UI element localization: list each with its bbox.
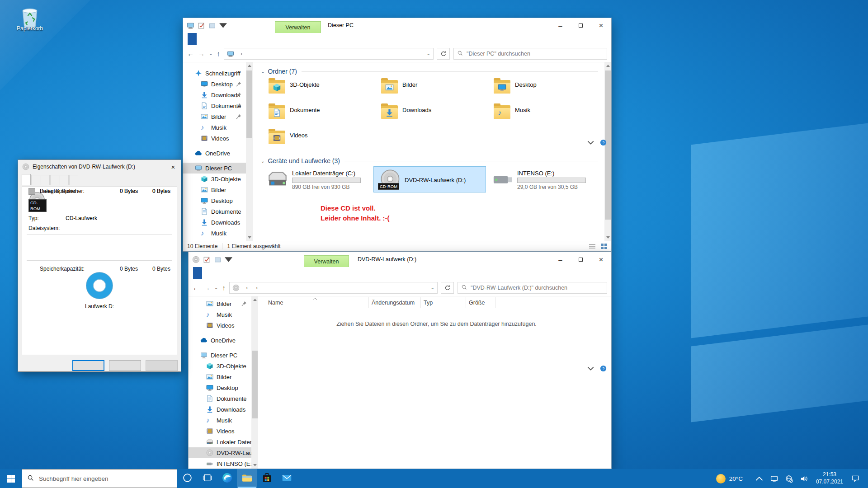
drive[interactable] (192, 256, 200, 263)
contextual-tab-verwalten[interactable]: Verwalten (304, 255, 349, 267)
downloads[interactable]: Downloads (183, 89, 246, 100)
datei[interactable] (193, 267, 202, 279)
volume-icon[interactable] (797, 475, 811, 483)
address-dropdown-icon[interactable]: ⌄ (427, 51, 430, 56)
recycle-bin[interactable]: Papierkorb (10, 4, 50, 32)
lokaler-datenträger-c-[interactable]: Lokaler Datenträger (C:) 890 GB frei von… (261, 166, 373, 192)
taskbar-search[interactable] (22, 469, 177, 488)
address-bar[interactable]: ⌄ (229, 282, 438, 294)
name[interactable]: Name (265, 297, 369, 308)
abbrechen[interactable] (109, 360, 141, 371)
search-box[interactable] (458, 282, 607, 294)
search-input[interactable] (466, 50, 604, 57)
musik[interactable]: ♪ Musik (189, 309, 251, 320)
up-icon[interactable]: ↑ (217, 50, 220, 57)
ok[interactable] (72, 360, 104, 371)
quick-check[interactable] (198, 22, 205, 29)
desktop[interactable]: Desktop (183, 195, 246, 206)
close-button[interactable]: × (591, 252, 611, 267)
close-button[interactable]: × (591, 18, 611, 33)
dokumente[interactable]: Dokumente (183, 206, 246, 217)
minimize-button[interactable]: – (550, 18, 571, 33)
group-header-folders[interactable]: ⌄ Ordner (7) (261, 68, 604, 75)
forward-icon[interactable]: → (203, 284, 210, 291)
desktop[interactable]: Desktop (189, 382, 251, 393)
ansicht[interactable] (232, 267, 241, 279)
downloads[interactable]: Downloads (189, 404, 251, 415)
dvd-rw-laufwerk-d-[interactable]: DVD-RW-Laufwerk (D:) (189, 447, 251, 458)
collapse-ribbon-icon[interactable] (587, 365, 594, 372)
freigabe[interactable] (50, 175, 59, 185)
weather-widget[interactable]: 20°C (711, 474, 752, 483)
desktop[interactable]: Desktop (486, 77, 599, 102)
mail[interactable] (277, 469, 297, 488)
action-center-icon[interactable] (848, 474, 865, 483)
new-folder[interactable] (208, 22, 216, 29)
videos[interactable]: Videos (189, 320, 251, 331)
dokumente[interactable]: Dokumente (189, 393, 251, 404)
freigeben[interactable] (219, 267, 228, 279)
onedrive[interactable]: OneDrive (183, 148, 246, 159)
customize-toolbar[interactable] (225, 256, 232, 263)
schnellzugriff[interactable]: Schnellzugriff (183, 68, 246, 79)
hardware[interactable] (41, 175, 50, 185)
computer[interactable] (201, 33, 210, 45)
dialog-titlebar[interactable]: Eigenschaften von DVD-RW-Laufwerk (D:) × (18, 160, 181, 174)
address-dropdown-icon[interactable]: ⌄ (431, 285, 434, 290)
group-header-devices[interactable]: ⌄ Geräte und Laufwerke (3) (261, 157, 604, 164)
intenso-e-[interactable]: INTENSO (E:) 29,0 GB frei von 30,5 GB (486, 166, 599, 192)
quick-check[interactable] (203, 256, 211, 263)
dieser-pc[interactable] (236, 50, 246, 57)
up-icon[interactable]: ↑ (222, 284, 226, 291)
dieser-pc[interactable] (242, 284, 252, 291)
allgemein[interactable] (22, 174, 31, 185)
contextual-tab-verwalten[interactable]: Verwalten (275, 21, 321, 33)
help-icon[interactable]: ? (600, 365, 607, 372)
navpane-scrollbar[interactable] (251, 296, 258, 469)
musik[interactable]: ♪ Musik (183, 122, 246, 133)
bilder[interactable]: Bilder (183, 111, 246, 122)
search-box[interactable] (453, 48, 607, 60)
minimize-button[interactable]: – (550, 252, 571, 267)
address-bar[interactable]: ⌄ (224, 48, 434, 60)
dieser-pc[interactable]: Dieser PC (189, 350, 251, 361)
network-icon[interactable] (782, 475, 797, 483)
cortana[interactable] (177, 469, 197, 488)
anpassen[interactable] (60, 175, 69, 185)
dvd-rw-laufwerk-d-[interactable] (252, 284, 262, 291)
bilder[interactable]: Bilder (183, 184, 246, 195)
musik[interactable]: ♪ Musik (183, 228, 246, 239)
dokumente[interactable]: Dokumente (261, 102, 373, 127)
search-input[interactable] (470, 284, 604, 291)
videos[interactable]: Videos (189, 426, 251, 436)
titlebar[interactable]: Verwalten Dieser PC – × (183, 18, 611, 33)
3d-objekte[interactable]: 3D-Objekte (189, 361, 251, 371)
clock[interactable]: 21:53 07.07.2021 (811, 471, 848, 485)
ansicht[interactable] (214, 33, 223, 45)
refresh-button[interactable] (441, 282, 454, 294)
3d-objekte[interactable]: 3D-Objekte (183, 174, 246, 184)
back-icon[interactable]: ← (193, 284, 199, 291)
show-hidden-icons-icon[interactable] (752, 475, 767, 483)
collapse-ribbon-icon[interactable] (587, 139, 594, 146)
help-icon[interactable]: ? (600, 139, 607, 146)
customize-toolbar[interactable] (219, 22, 227, 29)
bilder[interactable]: Bilder (373, 77, 486, 102)
laufwerktools[interactable] (278, 33, 287, 45)
downloads[interactable]: Downloads (373, 102, 486, 127)
taskbar-search-input[interactable] (38, 475, 172, 483)
änderungsdatum[interactable]: Änderungsdatum (369, 297, 421, 308)
tools[interactable] (31, 175, 40, 185)
videos[interactable]: Videos (261, 127, 373, 153)
größe[interactable]: Größe (466, 297, 496, 308)
maximize-button[interactable] (571, 18, 591, 33)
close-icon[interactable]: × (166, 161, 180, 173)
laufwerktools[interactable] (307, 267, 316, 279)
dokumente[interactable]: Dokumente (183, 100, 246, 111)
start[interactable] (206, 267, 215, 279)
onedrive[interactable]: OneDrive (189, 335, 251, 346)
new-folder[interactable] (214, 256, 222, 263)
maximize-button[interactable] (571, 252, 591, 267)
file-explorer[interactable] (237, 469, 257, 488)
recent-locations-icon[interactable]: ⌄ (209, 51, 212, 56)
